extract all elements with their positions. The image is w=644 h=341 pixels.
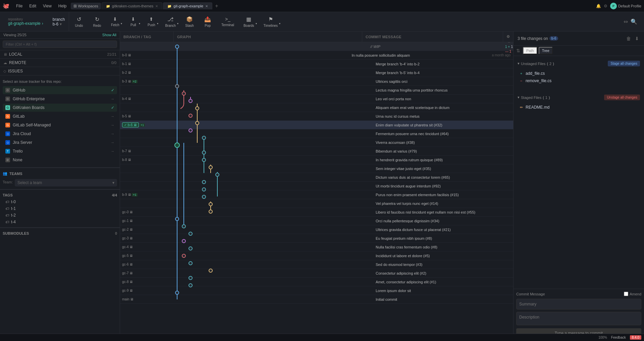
redo-icon: ↻ <box>95 16 99 22</box>
graph-row-4[interactable]: Lectus magna fringilla urna porttitor rh… <box>120 86 513 95</box>
gitlab-self-label: GitLab Self-Managed <box>13 123 51 127</box>
search-icon[interactable]: 🔍 <box>631 18 637 25</box>
graph-row-16[interactable]: b-9 🖥 +1 Purus non enim praesent element… <box>120 190 513 199</box>
workspaces-button[interactable]: ⊞ Workspaces <box>71 3 101 9</box>
branch-button[interactable]: ⎇ Branch <box>161 12 180 31</box>
new-tab-button[interactable]: + <box>213 2 220 10</box>
tab-gitkraken-themes[interactable]: 📁 gitkraken-custom-themes ✕ <box>102 2 163 9</box>
commit-0: In nulla posuere sollicitudin aliquam <box>348 53 489 57</box>
redo-button[interactable]: ↻ Redo <box>89 12 105 31</box>
filter-input[interactable] <box>3 41 117 48</box>
stage-all-button[interactable]: Stage all changes <box>608 61 640 66</box>
graph-settings[interactable]: ⚙ <box>503 32 513 42</box>
issue-tracker-none[interactable]: ⊘ None <box>3 156 117 164</box>
tag-t4[interactable]: 🏷 t-4 <box>3 219 117 225</box>
menu-edit[interactable]: Edit <box>28 3 38 9</box>
issue-tracker-gitlab-self[interactable]: G GitLab Self-Managed → <box>3 121 117 129</box>
amend-checkbox[interactable] <box>624 292 628 296</box>
issue-tracker-github-enterprise[interactable]: ⊙ GitHub Enterprise → <box>3 95 117 103</box>
graph-row-18[interactable]: gc-0 🖥 Libero id faucibus nisl tincidunt… <box>120 208 513 217</box>
close-tab-1[interactable]: ✕ <box>155 4 158 8</box>
graph-row-3[interactable]: b-3 🖥 +2 Ultrices sagittis orci <box>120 77 513 86</box>
notification-icon[interactable]: 🔔 <box>596 4 601 8</box>
graph-row-5[interactable]: b-4 🖥 Leo vel orci porta non <box>120 95 513 103</box>
staged-chevron[interactable]: ▾ <box>518 95 520 100</box>
graph-row-13[interactable]: Sem integer vitae justo eget (#35) <box>120 164 513 173</box>
graph-row-22[interactable]: gc-4 🖥 Nulla facilisi cras fermentum odi… <box>120 243 513 251</box>
graph-row-25[interactable]: gc-7 🖥 Consectetur adipiscing elit (#2) <box>120 269 513 278</box>
path-button[interactable]: Path <box>523 47 537 54</box>
graph-row-6[interactable]: Aliquam etiam erat velit scelerisque in … <box>120 103 513 112</box>
menu-help[interactable]: Help <box>57 3 68 9</box>
file-add-file[interactable]: + add_file.cs <box>516 70 641 77</box>
tag-t1[interactable]: 🏷 t-1 <box>3 205 117 212</box>
graph-row-12[interactable]: b-8 🖥 In hendrerit gravida rutrum quisqu… <box>120 156 513 164</box>
repo-name-button[interactable]: git-graph-example › <box>8 21 43 26</box>
tree-button[interactable]: Tree <box>539 47 553 54</box>
tab-git-graph[interactable]: 📁 git-graph-example ✕ <box>163 2 212 9</box>
graph-row-26[interactable]: gc-8 🖥 Amet, consectetur adipiscing elit… <box>120 278 513 286</box>
tag-t0[interactable]: 🏷 t-0 <box>3 198 117 205</box>
graph-row-19[interactable]: gc-1 🖥 Orci nulla pellentesque dignissim… <box>120 217 513 225</box>
pull-button[interactable]: ⬇ Pull <box>125 12 142 31</box>
push-button[interactable]: ⬆ Push <box>143 12 160 31</box>
split-icon[interactable]: ⇔ <box>624 18 628 25</box>
graph-row-14[interactable]: Dictum varius duis at consectetur lorem … <box>120 173 513 182</box>
feedback-button[interactable]: Feedback <box>611 336 626 339</box>
issue-tracker-gitlab[interactable]: G GitLab → <box>3 112 117 120</box>
graph-row-24[interactable]: gc-6 🖥 Sed do eiusmod tempor (#3) <box>120 260 513 269</box>
wip-pencil[interactable]: ✏ <box>505 42 513 44</box>
remote-section[interactable]: ☁ REMOTE 0/0 <box>0 59 120 67</box>
graph-row-10[interactable]: Viverra accumsan (#38) <box>120 138 513 147</box>
sort-icon[interactable]: ⇅ <box>516 48 520 53</box>
graph-row-15[interactable]: Ut morbi tincidunt augue interdum (#92) <box>120 182 513 190</box>
issue-tracker-trello[interactable]: T Trello → <box>3 147 117 155</box>
graph-row-7[interactable]: b-5 🖥 Urna nunc id cursus metus <box>120 112 513 121</box>
team-selector[interactable]: Select a team ▾ <box>15 179 117 186</box>
download-button[interactable]: ⬇ <box>634 35 640 42</box>
menu-file[interactable]: File <box>15 3 24 9</box>
graph-scroll[interactable]: .gl { stroke-width: 2; fill: none; } <box>120 42 513 341</box>
stash-button[interactable]: 📦 Stash <box>181 12 198 31</box>
graph-row-9[interactable]: Fermentum posuere urna nec tincidunt (#6… <box>120 129 513 138</box>
file-remove-file[interactable]: − remove_file.cs <box>516 77 641 84</box>
graph-row-17[interactable]: Vel pharetra vel turpis nunc eget (#14) <box>120 199 513 208</box>
graph-row-27[interactable]: gc-9 🖥 Lorem ipsum dolor sit <box>120 286 513 295</box>
file-readme[interactable]: ✏ README.md <box>516 104 641 111</box>
summary-input[interactable] <box>516 299 641 309</box>
graph-row-11[interactable]: b-7 🖥 Bibendum at varius (#79) <box>120 147 513 156</box>
trash-button[interactable]: 🗑 <box>625 35 632 42</box>
graph-row-0[interactable]: b-0 🖥 In nulla posuere sollicitudin aliq… <box>120 51 513 60</box>
unstaged-chevron[interactable]: ▾ <box>518 61 520 66</box>
description-input[interactable] <box>516 312 641 325</box>
issue-tracker-gitkraken-boards[interactable]: G GitKraken Boards ✓ <box>3 104 117 112</box>
close-tab-2[interactable]: ✕ <box>205 4 208 8</box>
graph-row-21[interactable]: gc-3 🖥 Eu feugiat pretium nibh ipsum (#8… <box>120 234 513 243</box>
undo-button[interactable]: ↺ Undo <box>70 12 87 31</box>
pop-button[interactable]: 📤 Pop <box>199 12 216 31</box>
issue-tracker-jira-server[interactable]: ◇ Jira Server → <box>3 138 117 147</box>
profile-button[interactable]: P Default Profile <box>610 3 641 9</box>
commit-11: Bibendum at varius (#79) <box>372 149 513 153</box>
graph-row-2[interactable]: b-2 🖥 Merge branch 'b-5' into b-4 <box>120 68 513 77</box>
graph-row-8[interactable]: ✓ b-6 🖥 +1 Enim diam vulputate ut pharet… <box>120 121 513 129</box>
menu-view[interactable]: View <box>42 3 53 9</box>
issue-tracker-jira-cloud[interactable]: ◇ Jira Cloud → <box>3 130 117 138</box>
boards-button[interactable]: ▦ Boards <box>239 12 258 31</box>
graph-row-23[interactable]: gc-5 🖥 Incididunt ut labore et dolore (#… <box>120 251 513 260</box>
unstage-all-button[interactable]: Unstage all changes <box>604 95 640 100</box>
issue-tracker-github[interactable]: ⊙ GitHub ✓ <box>3 86 117 94</box>
branch-selector[interactable]: b-6 ▾ <box>53 22 65 26</box>
graph-row-1[interactable]: b-1 🖥 Merge branch 'b-4' into b-2 <box>120 60 513 68</box>
tag-t2[interactable]: 🏷 t-2 <box>3 212 117 219</box>
issues-section[interactable]: ◇ ISSUES <box>0 67 120 75</box>
graph-row-28[interactable]: main 🖥 Initial commit <box>120 295 513 304</box>
terminal-button[interactable]: >_ Terminal <box>217 12 238 31</box>
settings-icon[interactable]: ⚙ <box>604 4 607 8</box>
show-all-button[interactable]: Show All <box>102 33 116 37</box>
graph-row-wip[interactable]: // WIP ✏ 1 + 1 — 1 <box>120 42 513 51</box>
local-section[interactable]: 🖥 LOCAL 21/21 <box>0 50 120 58</box>
fetch-button[interactable]: ⬇ Fetch <box>107 12 123 31</box>
graph-row-20[interactable]: gc-2 🖥 Ultrices gravida dictum fusce ut … <box>120 225 513 234</box>
timelines-button[interactable]: ⚑ Timelines <box>260 12 282 31</box>
